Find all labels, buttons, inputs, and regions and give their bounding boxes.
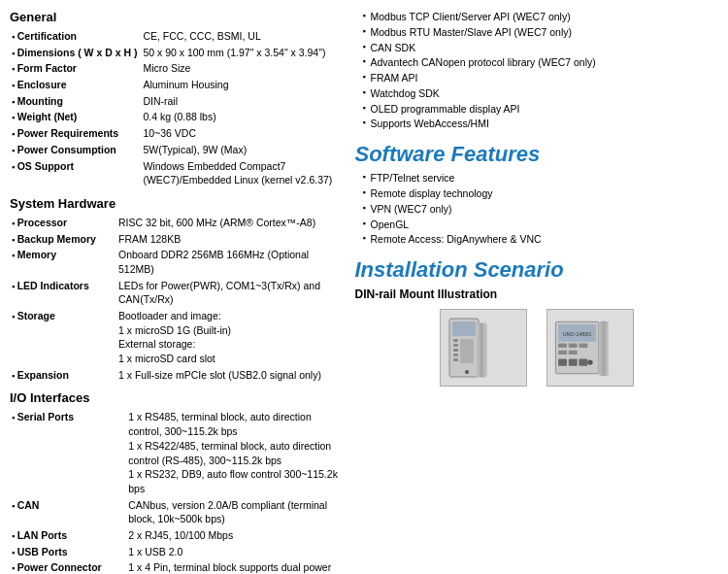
spec-label: CAN: [10, 497, 126, 527]
software-features-title: Software Features: [354, 142, 718, 167]
svg-rect-21: [569, 358, 578, 365]
table-row: Power Requirements10~36 VDC: [10, 125, 340, 142]
spec-label: Storage: [10, 308, 116, 367]
table-row: Dimensions ( W x D x H )50 x 90 x 100 mm…: [10, 45, 340, 61]
table-row: LAN Ports2 x RJ45, 10/100 Mbps: [10, 527, 340, 544]
spec-value: CANbus, version 2.0A/B compliant (termin…: [126, 497, 340, 527]
svg-rect-6: [453, 358, 458, 361]
spec-value: 1 x 4 Pin, terminal block supports dual …: [126, 559, 340, 574]
table-row: Expansion1 x Full-size mPCIe slot (USB2.…: [10, 367, 340, 384]
spec-value: Windows Embedded Compact7 (WEC7)/Embedde…: [141, 158, 340, 188]
list-item: Watchdog SDK: [362, 86, 718, 102]
table-row: Form FactorMicro Size: [10, 60, 340, 77]
table-row: StorageBootloader and image: 1 x microSD…: [10, 308, 340, 367]
main-content: General CertificationCE, FCC, CCC, BSMI,…: [0, 0, 728, 574]
spec-label: Form Factor: [10, 60, 141, 77]
table-row: EnclosureAluminum Housing: [10, 77, 340, 93]
spec-label: Serial Ports: [10, 409, 126, 496]
list-item: CAN SDK: [362, 41, 718, 56]
device-image-right: UNO-1483G: [546, 309, 634, 387]
svg-rect-10: [477, 323, 480, 377]
spec-label: Power Requirements: [10, 125, 141, 142]
device-svg-left: [445, 314, 522, 382]
spec-value: CE, FCC, CCC, BSMI, UL: [141, 28, 340, 45]
table-row: CANCANbus, version 2.0A/B compliant (ter…: [10, 497, 340, 527]
system-hardware-table: ProcessorRISC 32 bit, 600 MHz (ARM® Cort…: [10, 215, 340, 384]
spec-label: Enclosure: [10, 77, 141, 93]
table-row: Backup MemoryFRAM 128KB: [10, 231, 340, 248]
table-row: Weight (Net)0.4 kg (0.88 lbs): [10, 109, 340, 125]
spec-label: USB Ports: [10, 544, 126, 560]
table-row: Serial Ports1 x RS485, terminal block, a…: [10, 409, 340, 496]
svg-rect-15: [558, 343, 567, 347]
svg-rect-20: [558, 358, 567, 365]
list-item: OpenGL: [362, 218, 718, 233]
spec-value: 0.4 kg (0.88 lbs): [141, 109, 340, 125]
svg-rect-19: [569, 350, 578, 354]
spec-label: LED Indicators: [10, 278, 116, 308]
svg-rect-3: [453, 344, 458, 347]
spec-value: 1 x RS485, terminal block, auto directio…: [126, 409, 340, 496]
svg-point-8: [465, 370, 469, 374]
spec-value: 50 x 90 x 100 mm (1.97" x 3.54" x 3.94"): [141, 45, 340, 61]
svg-rect-4: [453, 349, 458, 352]
spec-value: Aluminum Housing: [141, 77, 340, 93]
svg-rect-11: [483, 323, 486, 377]
spec-value: FRAM 128KB: [116, 231, 340, 248]
list-item: Modbus RTU Master/Slave API (WEC7 only): [362, 25, 718, 41]
spec-label: Mounting: [10, 93, 141, 110]
left-column: General CertificationCE, FCC, CCC, BSMI,…: [10, 10, 349, 574]
table-row: LED IndicatorsLEDs for Power(PWR), COM1~…: [10, 278, 340, 308]
installation-images: UNO-1483G: [354, 309, 718, 387]
list-item: OLED programmable display API: [362, 102, 718, 118]
spec-value: Onboard DDR2 256MB 166MHz (Optional 512M…: [116, 247, 340, 277]
io-interfaces-title: I/O Interfaces: [10, 390, 340, 405]
list-item: Remote display technology: [362, 186, 718, 202]
list-item: Supports WebAccess/HMI: [362, 117, 718, 132]
spec-label: OS Support: [10, 158, 141, 188]
table-row: Power Connector1 x 4 Pin, terminal block…: [10, 559, 340, 574]
spec-value: RISC 32 bit, 600 MHz (ARM® Cortex™-A8): [116, 215, 340, 231]
list-item: FRAM API: [362, 71, 718, 86]
svg-rect-1: [452, 321, 476, 336]
spec-value: 5W(Typical), 9W (Max): [141, 142, 340, 158]
spec-label: Weight (Net): [10, 109, 141, 125]
table-row: Power Consumption5W(Typical), 9W (Max): [10, 142, 340, 158]
spec-value: DIN-rail: [141, 93, 340, 110]
table-row: MemoryOnboard DDR2 256MB 166MHz (Optiona…: [10, 247, 340, 277]
svg-rect-22: [579, 358, 587, 365]
list-item: FTP/Telnet service: [362, 171, 718, 186]
spec-label: Expansion: [10, 367, 116, 384]
spec-value: 1 x Full-size mPCIe slot (USB2.0 signal …: [116, 367, 340, 384]
spec-label: Power Consumption: [10, 142, 141, 158]
spec-value: Bootloader and image: 1 x microSD 1G (Bu…: [116, 308, 340, 367]
general-table: CertificationCE, FCC, CCC, BSMI, ULDimen…: [10, 28, 340, 188]
spec-label: Certification: [10, 28, 141, 45]
spec-value: LEDs for Power(PWR), COM1~3(Tx/Rx) and C…: [116, 278, 340, 308]
svg-rect-16: [569, 343, 578, 347]
device-image-left: [440, 309, 527, 387]
top-bullet-list: Modbus TCP Client/Server API (WEC7 only)…: [354, 10, 718, 132]
svg-point-23: [587, 359, 592, 364]
spec-value: 10~36 VDC: [141, 125, 340, 142]
list-item: VPN (WEC7 only): [362, 202, 718, 218]
installation-sub-title: DIN-rail Mount Illustration: [354, 287, 718, 301]
svg-text:UNO-1483G: UNO-1483G: [563, 331, 592, 337]
spec-label: Processor: [10, 215, 116, 231]
system-hardware-title: System Hardware: [10, 196, 340, 211]
installation-title: Installation Scenario: [354, 257, 718, 283]
table-row: OS SupportWindows Embedded Compact7 (WEC…: [10, 158, 340, 188]
table-row: USB Ports1 x USB 2.0: [10, 544, 340, 560]
software-bullet-list: FTP/Telnet serviceRemote display technol…: [354, 171, 718, 248]
spec-label: Power Connector: [10, 559, 126, 574]
spec-label: Memory: [10, 247, 116, 277]
table-row: CertificationCE, FCC, CCC, BSMI, UL: [10, 28, 340, 45]
svg-rect-25: [599, 321, 602, 375]
spec-value: 1 x USB 2.0: [126, 544, 340, 560]
list-item: Remote Access: DigAnywhere & VNC: [362, 232, 718, 248]
svg-rect-7: [460, 339, 474, 363]
device-svg-right: UNO-1483G: [551, 314, 629, 382]
table-row: ProcessorRISC 32 bit, 600 MHz (ARM® Cort…: [10, 215, 340, 231]
spec-label: LAN Ports: [10, 527, 126, 544]
io-interfaces-table: Serial Ports1 x RS485, terminal block, a…: [10, 409, 340, 574]
